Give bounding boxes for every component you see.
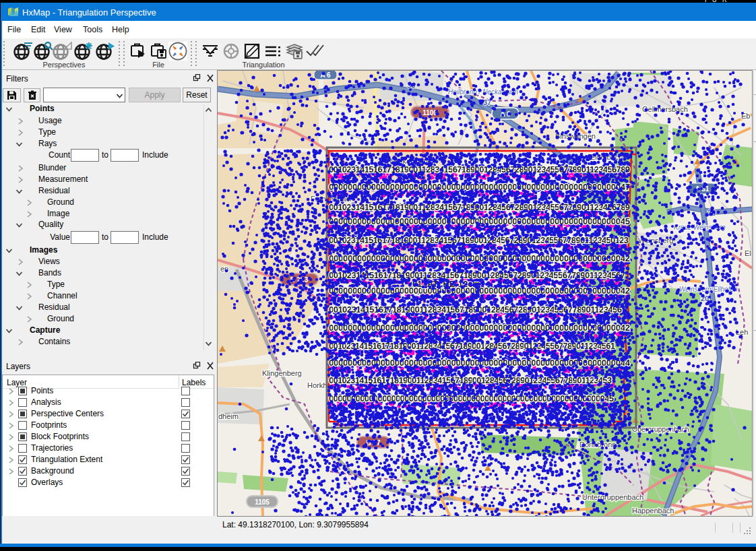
svg-text:Klingenberg: Klingenberg: [262, 369, 302, 377]
svg-text:Gellmersbach: Gellmersbach: [642, 105, 688, 113]
svg-text:A 6: A 6: [320, 71, 331, 79]
svg-text:Untergruppenbach: Untergruppenbach: [582, 493, 643, 501]
svg-text:1105: 1105: [255, 498, 270, 506]
svg-text:dheim: dheim: [218, 412, 239, 420]
svg-text:Happenbach: Happenbach: [632, 507, 674, 515]
svg-text:El: El: [745, 249, 751, 257]
